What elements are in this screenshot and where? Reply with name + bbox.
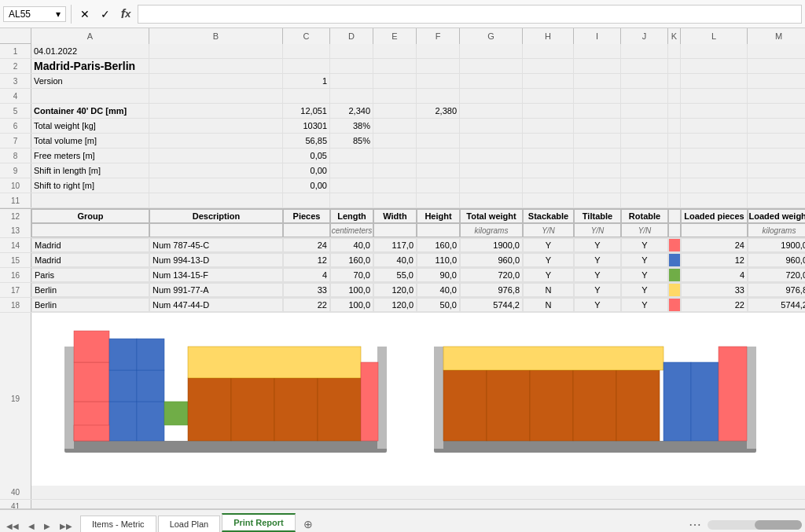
tab-nav-first[interactable]: ◀◀: [3, 520, 22, 532]
cell-loaded-weight-3[interactable]: 976,8: [748, 283, 805, 297]
cell-a4[interactable]: [31, 89, 149, 103]
cell-g8[interactable]: [460, 149, 523, 163]
cell-e11[interactable]: [373, 193, 417, 207]
cell-width-0[interactable]: 117,0: [373, 238, 417, 252]
cell-tiltable-1[interactable]: Y: [574, 253, 621, 267]
cell-m6[interactable]: [748, 119, 805, 133]
cell-d2[interactable]: [330, 59, 373, 73]
cell-j5[interactable]: [621, 104, 668, 118]
tab-nav-prev[interactable]: ◀: [25, 520, 38, 532]
cell-a11[interactable]: [31, 193, 149, 207]
cell-loaded-pieces-3[interactable]: 33: [681, 283, 748, 297]
cell-m3[interactable]: [748, 74, 805, 88]
horizontal-scrollbar-track[interactable]: [708, 520, 802, 530]
cell-c4[interactable]: [283, 89, 330, 103]
cell-l3[interactable]: [681, 74, 748, 88]
cell-l10[interactable]: [681, 178, 748, 193]
cell-loaded-weight-2[interactable]: 720,0: [748, 268, 805, 282]
cell-l6[interactable]: [681, 119, 748, 133]
cell-group-0[interactable]: Madrid: [31, 238, 149, 252]
cell-c5[interactable]: 12,051: [283, 104, 330, 118]
cell-desc-0[interactable]: Num 787-45-C: [149, 238, 283, 252]
cell-i5[interactable]: [574, 104, 621, 118]
tab-items-metric[interactable]: Items - Metric: [80, 515, 156, 532]
cell-j4[interactable]: [621, 89, 668, 103]
tab-load-plan[interactable]: Load Plan: [158, 515, 221, 532]
cell-length-1[interactable]: 160,0: [330, 253, 373, 267]
cell-i2[interactable]: [574, 59, 621, 73]
cell-i7[interactable]: [574, 134, 621, 148]
cell-e5[interactable]: [373, 104, 417, 118]
cell-rotable-3[interactable]: Y: [621, 283, 668, 297]
cell-m8[interactable]: [748, 149, 805, 163]
cell-k10[interactable]: [668, 178, 681, 193]
cell-group-2[interactable]: Paris: [31, 268, 149, 282]
cell-d1[interactable]: [330, 44, 373, 58]
cell-g6[interactable]: [460, 119, 523, 133]
cell-height-4[interactable]: 50,0: [417, 298, 460, 312]
cell-b10[interactable]: [149, 178, 283, 193]
cell-c7[interactable]: 56,85: [283, 134, 330, 148]
cell-a10[interactable]: Shift to right [m]: [31, 178, 149, 193]
col-header-j[interactable]: J: [621, 28, 668, 44]
cell-l1[interactable]: [681, 44, 748, 58]
col-header-g[interactable]: G: [460, 28, 523, 44]
cell-e4[interactable]: [373, 89, 417, 103]
cell-a9[interactable]: Shift in length [m]: [31, 163, 149, 178]
cell-l11[interactable]: [681, 193, 748, 207]
cell-height-1[interactable]: 110,0: [417, 253, 460, 267]
cell-g10[interactable]: [460, 178, 523, 193]
cell-m4[interactable]: [748, 89, 805, 103]
cell-l4[interactable]: [681, 89, 748, 103]
cell-height-3[interactable]: 40,0: [417, 283, 460, 297]
cell-h9[interactable]: [523, 163, 574, 178]
cell-l7[interactable]: [681, 134, 748, 148]
cell-pieces-2[interactable]: 4: [283, 268, 330, 282]
col-header-m[interactable]: M: [748, 28, 805, 44]
cell-desc-2[interactable]: Num 134-15-F: [149, 268, 283, 282]
cell-j10[interactable]: [621, 178, 668, 193]
cell-f4[interactable]: [417, 89, 460, 103]
col-header-f[interactable]: F: [417, 28, 460, 44]
cell-length-2[interactable]: 70,0: [330, 268, 373, 282]
confirm-icon[interactable]: ✓: [97, 6, 114, 23]
cell-h10[interactable]: [523, 178, 574, 193]
cell-c2[interactable]: [283, 59, 330, 73]
cell-b7[interactable]: [149, 134, 283, 148]
cell-d10[interactable]: [330, 178, 373, 193]
cell-group-4[interactable]: Berlin: [31, 298, 149, 312]
cell-d11[interactable]: [330, 193, 373, 207]
cell-f5[interactable]: 2,380: [417, 104, 460, 118]
cell-loaded-pieces-1[interactable]: 12: [681, 253, 748, 267]
cell-j1[interactable]: [621, 44, 668, 58]
cell-m10[interactable]: [748, 178, 805, 193]
tab-print-report[interactable]: Print Report: [222, 513, 296, 532]
cell-g4[interactable]: [460, 89, 523, 103]
col-header-l[interactable]: L: [681, 28, 748, 44]
col-header-e[interactable]: E: [373, 28, 417, 44]
cell-m1[interactable]: [748, 44, 805, 58]
cell-c10[interactable]: 0,00: [283, 178, 330, 193]
cell-f10[interactable]: [417, 178, 460, 193]
cell-h3[interactable]: [523, 74, 574, 88]
cell-b11[interactable]: [149, 193, 283, 207]
cell-a3[interactable]: Version: [31, 74, 149, 88]
cell-width-4[interactable]: 120,0: [373, 298, 417, 312]
cell-width-1[interactable]: 40,0: [373, 253, 417, 267]
col-header-h[interactable]: H: [523, 28, 574, 44]
cell-k9[interactable]: [668, 163, 681, 178]
cell-k3[interactable]: [668, 74, 681, 88]
cell-weight-0[interactable]: 1900,0: [460, 238, 523, 252]
cell-h6[interactable]: [523, 119, 574, 133]
cell-rotable-1[interactable]: Y: [621, 253, 668, 267]
cell-h2[interactable]: [523, 59, 574, 73]
cell-group-3[interactable]: Berlin: [31, 283, 149, 297]
cell-c11[interactable]: [283, 193, 330, 207]
cell-e7[interactable]: [373, 134, 417, 148]
cell-rotable-0[interactable]: Y: [621, 238, 668, 252]
cell-m9[interactable]: [748, 163, 805, 178]
cell-k8[interactable]: [668, 149, 681, 163]
cell-tiltable-2[interactable]: Y: [574, 268, 621, 282]
cell-b9[interactable]: [149, 163, 283, 178]
cell-f9[interactable]: [417, 163, 460, 178]
